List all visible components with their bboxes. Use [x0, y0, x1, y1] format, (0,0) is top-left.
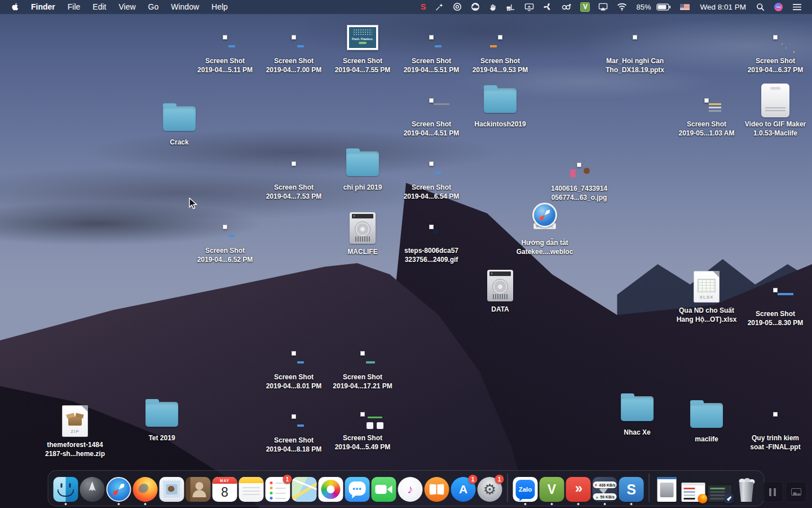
- folder-icon: [145, 402, 178, 427]
- desktop-icon-ss-2019-04-6-52[interactable]: Screen Shot2019-04...6.52 PM: [188, 209, 262, 264]
- desktop-icon-ss-2019-04-4-51[interactable]: Screen Shot2019-04...4.51 PM: [395, 82, 468, 138]
- dock-facetime[interactable]: [372, 477, 396, 502]
- desktop-icon-folder-chi-phi[interactable]: chi phi 2019: [326, 146, 399, 192]
- dock-document-file[interactable]: [655, 477, 679, 502]
- desktop-icon-disk-video-to-gif[interactable]: Video to GIF Maker1.0.53-Maclife: [739, 82, 812, 138]
- gif-pause-button[interactable]: [762, 481, 783, 502]
- desktop-icon-folder-hackintosh[interactable]: Hackintosh2019: [464, 82, 537, 129]
- hand-app-icon[interactable]: [484, 0, 501, 14]
- menu-go[interactable]: Go: [142, 2, 165, 11]
- desktop-icon-pptx-mar-hoi-nghi[interactable]: Mar_Hoi nghi CanTho_DX18.19.pptx: [598, 19, 672, 75]
- menu-view[interactable]: View: [112, 2, 142, 11]
- dock-trash[interactable]: [734, 477, 759, 502]
- dock-snagit[interactable]: S: [619, 477, 644, 502]
- messages-icon: •••: [345, 477, 370, 502]
- dock-firefox-window[interactable]: [681, 477, 706, 502]
- menu-file[interactable]: File: [61, 2, 87, 11]
- apple-menu[interactable]: [8, 0, 25, 14]
- forklift-icon[interactable]: [501, 0, 520, 14]
- battery-percent[interactable]: 85%: [632, 3, 652, 11]
- desktop-area[interactable]: Screen Shot2019-04...5.11 PM Screen Shot…: [0, 14, 812, 508]
- desktop-icon-ppt-quy-trinh[interactable]: Quy trinh kiemsoat -FINAL.ppt: [739, 396, 812, 452]
- desktop-icon-folder-nhac-xe[interactable]: Nhac Xe: [601, 391, 674, 437]
- dock-red-app[interactable]: »: [566, 477, 591, 502]
- dock-contacts[interactable]: [186, 477, 211, 502]
- amphetamine-icon[interactable]: [557, 0, 576, 14]
- icon-label-line1: Screen Shot: [266, 183, 322, 192]
- dock-downloader[interactable]: ▼436 KB/s ▲59 KB/s: [593, 477, 617, 502]
- wand-utility-icon[interactable]: [431, 0, 448, 14]
- input-source-v-icon[interactable]: V: [580, 2, 590, 12]
- dock-firefox[interactable]: [133, 477, 158, 502]
- desktop-icon-xlsx-qua-nd[interactable]: XLSX Qua ND cho SuấtHang Hộ...OT).xlsx: [670, 269, 743, 324]
- us-flag-icon[interactable]: [680, 4, 690, 10]
- desktop-icon-ss-2019-04-7-00[interactable]: Screen Shot2019-04...7.00 PM: [257, 19, 330, 75]
- icon-label-line1: Hackintosh2019: [474, 120, 526, 129]
- desktop-icon-ss-2019-05-8-30[interactable]: Screen Shot2019-05...8.30 PM: [739, 272, 812, 327]
- clock[interactable]: Wed 8:01 PM: [694, 3, 752, 11]
- folder-icon: [621, 396, 654, 421]
- desktop-icon-ss-2019-04-7-53[interactable]: Screen Shot2019-04...7.53 PM: [257, 146, 330, 201]
- gif-frame-button[interactable]: [785, 481, 807, 502]
- dock-system-preferences[interactable]: ⚙1: [478, 477, 502, 502]
- desktop-icon-drive-data[interactable]: DATA: [464, 268, 537, 314]
- dock-photos[interactable]: [319, 477, 343, 502]
- dock-calendar[interactable]: MAY8: [213, 477, 237, 502]
- notification-center-icon[interactable]: [788, 0, 806, 14]
- desktop-icon-ss-2019-04-5-11[interactable]: Screen Shot2019-04...5.11 PM: [188, 19, 262, 75]
- desktop-icon-ss-2019-04-6-37[interactable]: Screen Shot2019-04...6.37 PM: [739, 19, 812, 75]
- desktop-icon-folder-tet-2019[interactable]: Tet 2019: [125, 396, 198, 443]
- snagit-menu-icon[interactable]: S: [416, 2, 431, 11]
- dock-app-store[interactable]: A1: [451, 477, 476, 502]
- desktop-icon-drive-maclife[interactable]: MACLIFE: [326, 210, 399, 257]
- desktop-icon-zip-themeforest[interactable]: ZIP themeforest-14842187-sh...heme.zip: [38, 403, 112, 458]
- menu-help[interactable]: Help: [205, 2, 234, 11]
- siri-icon[interactable]: [769, 0, 788, 14]
- desktop-icon-ss-2019-04-8-18[interactable]: Screen Shot2019-04...8.18 PM: [257, 398, 330, 454]
- desktop-icon-webloc-huong-dan[interactable]: WEBLOC Hướng dẫn tắtGatekee....webloc: [508, 201, 581, 256]
- desktop-icon-folder-crack[interactable]: Crack: [143, 100, 216, 147]
- creative-cloud-icon[interactable]: [448, 0, 466, 14]
- dock-messages[interactable]: •••: [345, 477, 370, 502]
- icon-label: Tet 2019: [148, 434, 175, 443]
- running-indicator: [604, 503, 606, 505]
- app-menu-finder[interactable]: Finder: [25, 2, 61, 11]
- display-app-icon[interactable]: [520, 0, 539, 14]
- menu-edit[interactable]: Edit: [86, 2, 112, 11]
- icon-label-line1: Screen Shot: [404, 183, 460, 192]
- dock-launchpad[interactable]: [80, 477, 105, 502]
- desktop-icon-ss-2019-04-5-49[interactable]: Screen Shot2019-04...5.49 PM: [326, 396, 399, 452]
- desktop-icon-ss-2019-04-8-01[interactable]: Screen Shot2019-04...8.01 PM: [257, 335, 330, 391]
- icon-label-line2: 323756...2409.gif: [404, 256, 458, 265]
- desktop-icon-gif-steps[interactable]: steps-8006dca57323756...2409.gif: [395, 209, 468, 264]
- cloud-sync-icon[interactable]: [466, 0, 484, 14]
- dock-dark-window[interactable]: [708, 477, 732, 502]
- icon-label-line2: 2019-05...8.30 PM: [748, 319, 804, 328]
- desktop-icon-folder-maclife[interactable]: maclife: [670, 397, 743, 444]
- dock-finder[interactable]: [54, 477, 78, 502]
- dock-ibooks[interactable]: [425, 477, 449, 502]
- icon-label: Quy trinh kiemsoat -FINAL.ppt: [750, 434, 800, 452]
- dock-zalo[interactable]: Zalo: [513, 477, 538, 502]
- dock-mail[interactable]: [160, 477, 184, 502]
- dock-reminders[interactable]: 1: [266, 477, 290, 502]
- desktop-icon-ss-2019-04-9-53[interactable]: Screen Shot2019-04...9.53 PM: [464, 19, 537, 75]
- dock-safari[interactable]: [107, 477, 131, 502]
- wifi-icon[interactable]: [612, 0, 632, 14]
- screenshot-thumbnail: Flash. Flawless.: [347, 25, 378, 50]
- dock-maps[interactable]: [292, 477, 317, 502]
- desktop-icon-ss-2019-04-5-51[interactable]: Screen Shot2019-04...5.51 PM: [395, 19, 468, 75]
- menu-window[interactable]: Window: [165, 2, 205, 11]
- battery-icon[interactable]: [652, 0, 676, 14]
- desktop-icon-ss-2019-04-7-55[interactable]: Flash. Flawless. Screen Shot2019-04...7.…: [326, 19, 399, 75]
- dock-itunes[interactable]: ♪: [398, 477, 423, 502]
- dock-v-app[interactable]: V: [540, 477, 564, 502]
- dock-notes[interactable]: [239, 477, 264, 502]
- airplay-icon[interactable]: [594, 0, 612, 14]
- desktop-icon-ss-2019-05-1-03[interactable]: Screen Shot2019-05...1.03 AM: [670, 82, 743, 138]
- desktop-icon-jpg-1400616[interactable]: 1400616_7433914056774...63_o.jpg: [542, 147, 616, 202]
- fan-control-icon[interactable]: [539, 0, 557, 14]
- spotlight-icon[interactable]: [752, 0, 769, 14]
- desktop-icon-ss-2019-04-6-54[interactable]: Screen Shot2019-04...6.54 PM: [395, 146, 468, 201]
- desktop-icon-ss-2019-04-17-21[interactable]: Screen Shot2019-04...17.21 PM: [326, 335, 399, 391]
